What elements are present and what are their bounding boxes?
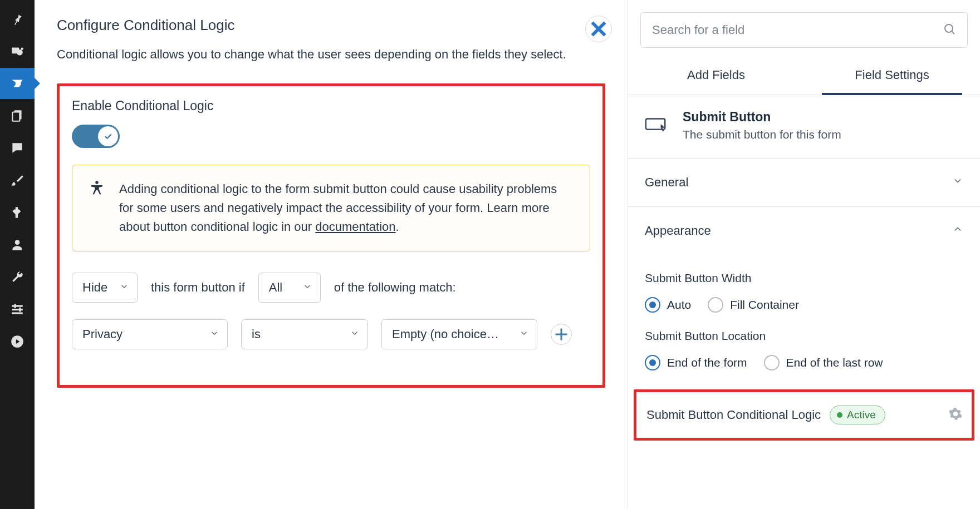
- field-header: Submit Button The submit button for this…: [628, 95, 980, 159]
- action-select[interactable]: Hide: [72, 273, 138, 303]
- sidebar-item-video[interactable]: [0, 326, 35, 357]
- chevron-down-icon: [952, 175, 963, 190]
- section-appearance-label: Appearance: [645, 224, 711, 238]
- enable-label: Enable Conditional Logic: [72, 98, 590, 113]
- media-icon: [10, 44, 24, 58]
- cond-logic-settings-button[interactable]: [948, 407, 963, 423]
- close-button[interactable]: [585, 16, 612, 42]
- field-value: Privacy: [82, 327, 122, 342]
- section-general-label: General: [645, 175, 688, 190]
- plus-icon: [551, 324, 571, 344]
- sidebar-item-media[interactable]: [0, 36, 35, 67]
- value-select[interactable]: Empty (no choice…: [381, 319, 537, 349]
- warning-text: Adding conditional logic to the form sub…: [119, 180, 574, 236]
- sidebar-item-pin[interactable]: [0, 3, 35, 34]
- chevron-up-icon: [952, 224, 963, 238]
- brush-icon: [10, 173, 24, 187]
- tools-icon: [10, 270, 24, 284]
- search-icon: [943, 22, 956, 38]
- radio-icon: [645, 355, 660, 370]
- modal-description: Conditional logic allows you to change w…: [57, 45, 580, 63]
- accessibility-icon: [88, 180, 106, 236]
- radio-icon: [645, 297, 660, 313]
- tab-field-settings[interactable]: Field Settings: [804, 68, 980, 95]
- field-select[interactable]: Privacy: [72, 319, 228, 349]
- admin-sidebar: [0, 0, 35, 509]
- tab-add-fields[interactable]: Add Fields: [628, 68, 804, 95]
- field-title: Submit Button: [683, 110, 841, 125]
- section-appearance[interactable]: Appearance: [628, 207, 980, 255]
- field-desc: The submit button for this form: [683, 128, 841, 141]
- width-auto-label: Auto: [667, 298, 691, 312]
- sidebar-item-pages[interactable]: [0, 100, 35, 131]
- panel-tabs: Add Fields Field Settings: [628, 68, 980, 95]
- comments-icon: [10, 141, 24, 155]
- value-value: Empty (no choice…: [392, 327, 499, 342]
- chevron-down-icon: [209, 327, 219, 342]
- field-search[interactable]: [640, 12, 968, 48]
- width-option-fill[interactable]: Fill Container: [708, 297, 799, 313]
- chevron-down-icon: [302, 280, 312, 295]
- width-fill-label: Fill Container: [730, 298, 799, 312]
- appearance-body: Submit Button Width Auto Fill Container …: [628, 255, 980, 389]
- add-rule-button[interactable]: [551, 324, 572, 345]
- search-input[interactable]: [652, 23, 943, 37]
- sidebar-item-plugins[interactable]: [0, 197, 35, 228]
- field-settings-panel: Add Fields Field Settings Submit Button …: [628, 0, 980, 509]
- submit-button-icon: [645, 116, 668, 135]
- pages-icon: [10, 108, 24, 123]
- accessibility-warning: Adding conditional logic to the form sub…: [72, 165, 590, 251]
- chevron-down-icon: [519, 327, 529, 342]
- gear-icon: [948, 407, 963, 421]
- sidebar-item-tools[interactable]: [0, 261, 35, 293]
- conditional-logic-section: Submit Button Conditional Logic Active: [634, 389, 974, 441]
- svg-point-12: [95, 181, 99, 184]
- svg-point-2: [21, 48, 23, 50]
- rule-condition-row: Privacy is Empty (no choice…: [72, 319, 590, 349]
- chevron-down-icon: [119, 280, 129, 295]
- rule-text-1: this form button if: [151, 280, 245, 295]
- sidebar-item-users[interactable]: [0, 229, 35, 260]
- form-icon: [10, 76, 24, 91]
- conditional-logic-modal: Configure Conditional Logic Conditional …: [35, 0, 628, 509]
- pin-icon: [10, 12, 24, 26]
- rule-action-row: Hide this form button if All of the foll…: [72, 273, 590, 303]
- action-value: Hide: [82, 280, 107, 295]
- active-badge: Active: [830, 406, 885, 424]
- radio-icon: [764, 355, 780, 370]
- documentation-link[interactable]: documentation: [315, 220, 395, 234]
- location-end-form-label: End of the form: [667, 356, 747, 369]
- width-option-auto[interactable]: Auto: [645, 297, 691, 313]
- location-option-end-row[interactable]: End of the last row: [764, 355, 883, 370]
- location-end-row-label: End of the last row: [786, 356, 883, 369]
- svg-rect-6: [12, 305, 23, 307]
- svg-rect-7: [12, 309, 23, 310]
- section-general[interactable]: General: [628, 159, 980, 207]
- match-value: All: [269, 280, 282, 295]
- operator-select[interactable]: is: [241, 319, 368, 349]
- plugins-icon: [10, 205, 24, 220]
- close-icon: [586, 16, 611, 42]
- check-icon: [103, 131, 113, 141]
- svg-point-1: [17, 50, 23, 56]
- svg-rect-8: [12, 312, 23, 314]
- video-icon: [10, 334, 24, 349]
- chevron-down-icon: [350, 327, 360, 342]
- rule-text-2: of the following match:: [334, 280, 456, 295]
- sidebar-item-brush[interactable]: [0, 165, 35, 196]
- sidebar-item-settings-slider[interactable]: [0, 294, 35, 325]
- settings-slider-icon: [10, 302, 24, 317]
- sidebar-item-form[interactable]: [0, 68, 35, 99]
- width-label: Submit Button Width: [645, 271, 963, 285]
- svg-rect-10: [19, 308, 21, 312]
- radio-icon: [708, 297, 723, 313]
- location-option-end-form[interactable]: End of the form: [645, 355, 747, 370]
- match-select[interactable]: All: [258, 273, 321, 303]
- svg-point-5: [15, 240, 20, 245]
- enable-toggle[interactable]: [72, 125, 120, 148]
- svg-rect-9: [14, 304, 16, 308]
- badge-text: Active: [847, 409, 876, 421]
- sidebar-item-comments[interactable]: [0, 132, 35, 164]
- svg-rect-4: [12, 112, 19, 121]
- status-dot-icon: [837, 412, 842, 418]
